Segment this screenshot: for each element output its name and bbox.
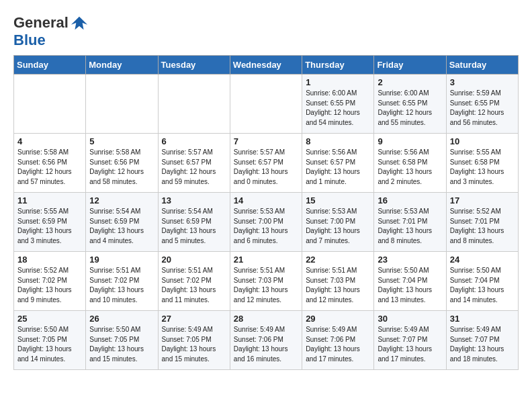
- day-number: 3: [450, 77, 515, 87]
- day-info: Sunrise: 5:54 AM Sunset: 6:59 PM Dayligh…: [89, 207, 154, 246]
- day-number: 15: [306, 195, 370, 205]
- calendar-cell: 11Sunrise: 5:55 AM Sunset: 6:59 PM Dayli…: [14, 193, 86, 252]
- day-number: 20: [162, 255, 226, 265]
- day-number: 4: [17, 136, 82, 146]
- logo-general: General: [13, 15, 69, 31]
- weekday-header-wednesday: Wednesday: [230, 56, 302, 75]
- svg-marker-0: [71, 17, 87, 30]
- calendar-cell: 14Sunrise: 5:53 AM Sunset: 7:00 PM Dayli…: [230, 193, 302, 252]
- calendar-cell: 25Sunrise: 5:50 AM Sunset: 7:05 PM Dayli…: [14, 311, 86, 370]
- day-info: Sunrise: 5:51 AM Sunset: 7:02 PM Dayligh…: [162, 266, 226, 305]
- day-number: 23: [378, 255, 442, 265]
- day-info: Sunrise: 5:57 AM Sunset: 6:57 PM Dayligh…: [234, 148, 298, 187]
- day-number: 7: [234, 136, 298, 146]
- day-number: 22: [306, 255, 370, 265]
- calendar-cell: 7Sunrise: 5:57 AM Sunset: 6:57 PM Daylig…: [230, 134, 302, 193]
- calendar-cell: 27Sunrise: 5:49 AM Sunset: 7:05 PM Dayli…: [158, 311, 230, 370]
- calendar-header: General Blue: [13, 13, 519, 48]
- calendar-cell: 26Sunrise: 5:50 AM Sunset: 7:05 PM Dayli…: [86, 311, 158, 370]
- day-info: Sunrise: 6:00 AM Sunset: 6:55 PM Dayligh…: [306, 89, 370, 128]
- weekday-header-tuesday: Tuesday: [158, 56, 230, 75]
- day-number: 21: [234, 255, 298, 265]
- day-number: 14: [234, 195, 298, 205]
- day-info: Sunrise: 5:53 AM Sunset: 7:00 PM Dayligh…: [306, 207, 370, 246]
- calendar-cell: 10Sunrise: 5:55 AM Sunset: 6:58 PM Dayli…: [446, 134, 518, 193]
- calendar-cell: 28Sunrise: 5:49 AM Sunset: 7:06 PM Dayli…: [230, 311, 302, 370]
- day-info: Sunrise: 5:57 AM Sunset: 6:57 PM Dayligh…: [162, 148, 226, 187]
- calendar-cell: 9Sunrise: 5:56 AM Sunset: 6:58 PM Daylig…: [374, 134, 446, 193]
- day-info: Sunrise: 5:58 AM Sunset: 6:56 PM Dayligh…: [17, 148, 82, 187]
- day-info: Sunrise: 5:50 AM Sunset: 7:04 PM Dayligh…: [450, 266, 515, 305]
- calendar-cell: 30Sunrise: 5:49 AM Sunset: 7:07 PM Dayli…: [374, 311, 446, 370]
- logo-blue: Blue: [13, 32, 46, 48]
- calendar-header-row: SundayMondayTuesdayWednesdayThursdayFrid…: [14, 56, 519, 75]
- day-info: Sunrise: 5:56 AM Sunset: 6:57 PM Dayligh…: [306, 148, 370, 187]
- calendar-cell: 8Sunrise: 5:56 AM Sunset: 6:57 PM Daylig…: [302, 134, 374, 193]
- day-number: 8: [306, 136, 370, 146]
- day-number: 24: [450, 255, 515, 265]
- calendar-table: SundayMondayTuesdayWednesdayThursdayFrid…: [13, 55, 519, 370]
- day-number: 31: [450, 314, 515, 324]
- calendar-cell: [86, 75, 158, 134]
- day-number: 25: [17, 314, 82, 324]
- day-info: Sunrise: 6:00 AM Sunset: 6:55 PM Dayligh…: [378, 89, 442, 128]
- day-number: 16: [378, 195, 442, 205]
- day-number: 19: [89, 255, 154, 265]
- day-info: Sunrise: 5:55 AM Sunset: 6:58 PM Dayligh…: [450, 148, 515, 187]
- weekday-header-thursday: Thursday: [302, 56, 374, 75]
- day-number: 2: [378, 77, 442, 87]
- calendar-cell: [230, 75, 302, 134]
- day-info: Sunrise: 5:49 AM Sunset: 7:06 PM Dayligh…: [234, 325, 298, 364]
- day-info: Sunrise: 5:49 AM Sunset: 7:07 PM Dayligh…: [450, 325, 515, 364]
- day-info: Sunrise: 5:54 AM Sunset: 6:59 PM Dayligh…: [162, 207, 226, 246]
- calendar-cell: [14, 75, 86, 134]
- day-number: 28: [234, 314, 298, 324]
- day-info: Sunrise: 5:51 AM Sunset: 7:03 PM Dayligh…: [306, 266, 370, 305]
- day-info: Sunrise: 5:53 AM Sunset: 7:01 PM Dayligh…: [378, 207, 442, 246]
- day-info: Sunrise: 5:52 AM Sunset: 7:01 PM Dayligh…: [450, 207, 515, 246]
- day-number: 1: [306, 77, 370, 87]
- calendar-cell: 13Sunrise: 5:54 AM Sunset: 6:59 PM Dayli…: [158, 193, 230, 252]
- day-info: Sunrise: 5:56 AM Sunset: 6:58 PM Dayligh…: [378, 148, 442, 187]
- calendar-cell: 16Sunrise: 5:53 AM Sunset: 7:01 PM Dayli…: [374, 193, 446, 252]
- day-info: Sunrise: 5:50 AM Sunset: 7:05 PM Dayligh…: [17, 325, 82, 364]
- calendar-cell: 22Sunrise: 5:51 AM Sunset: 7:03 PM Dayli…: [302, 252, 374, 311]
- day-info: Sunrise: 5:49 AM Sunset: 7:07 PM Dayligh…: [378, 325, 442, 364]
- calendar-cell: 21Sunrise: 5:51 AM Sunset: 7:03 PM Dayli…: [230, 252, 302, 311]
- weekday-header-monday: Monday: [86, 56, 158, 75]
- weekday-header-friday: Friday: [374, 56, 446, 75]
- day-info: Sunrise: 5:52 AM Sunset: 7:02 PM Dayligh…: [17, 266, 82, 305]
- weekday-header-sunday: Sunday: [14, 56, 86, 75]
- day-number: 26: [89, 314, 154, 324]
- day-number: 17: [450, 195, 515, 205]
- calendar-cell: 31Sunrise: 5:49 AM Sunset: 7:07 PM Dayli…: [446, 311, 518, 370]
- day-number: 30: [378, 314, 442, 324]
- day-info: Sunrise: 5:59 AM Sunset: 6:55 PM Dayligh…: [450, 89, 515, 128]
- calendar-cell: 2Sunrise: 6:00 AM Sunset: 6:55 PM Daylig…: [374, 75, 446, 134]
- day-info: Sunrise: 5:49 AM Sunset: 7:05 PM Dayligh…: [162, 325, 226, 364]
- day-number: 9: [378, 136, 442, 146]
- day-number: 18: [17, 255, 82, 265]
- calendar-cell: 17Sunrise: 5:52 AM Sunset: 7:01 PM Dayli…: [446, 193, 518, 252]
- day-info: Sunrise: 5:51 AM Sunset: 7:02 PM Dayligh…: [89, 266, 154, 305]
- calendar-cell: 3Sunrise: 5:59 AM Sunset: 6:55 PM Daylig…: [446, 75, 518, 134]
- day-number: 12: [89, 195, 154, 205]
- day-info: Sunrise: 5:53 AM Sunset: 7:00 PM Dayligh…: [234, 207, 298, 246]
- weekday-header-saturday: Saturday: [446, 56, 518, 75]
- calendar-cell: 6Sunrise: 5:57 AM Sunset: 6:57 PM Daylig…: [158, 134, 230, 193]
- day-number: 27: [162, 314, 226, 324]
- day-info: Sunrise: 5:50 AM Sunset: 7:05 PM Dayligh…: [89, 325, 154, 364]
- calendar-cell: 20Sunrise: 5:51 AM Sunset: 7:02 PM Dayli…: [158, 252, 230, 311]
- calendar-cell: 18Sunrise: 5:52 AM Sunset: 7:02 PM Dayli…: [14, 252, 86, 311]
- calendar-cell: 1Sunrise: 6:00 AM Sunset: 6:55 PM Daylig…: [302, 75, 374, 134]
- calendar-cell: 23Sunrise: 5:50 AM Sunset: 7:04 PM Dayli…: [374, 252, 446, 311]
- calendar-cell: 15Sunrise: 5:53 AM Sunset: 7:00 PM Dayli…: [302, 193, 374, 252]
- day-number: 5: [89, 136, 154, 146]
- day-info: Sunrise: 5:50 AM Sunset: 7:04 PM Dayligh…: [378, 266, 442, 305]
- calendar-cell: 29Sunrise: 5:49 AM Sunset: 7:06 PM Dayli…: [302, 311, 374, 370]
- day-number: 29: [306, 314, 370, 324]
- day-info: Sunrise: 5:55 AM Sunset: 6:59 PM Dayligh…: [17, 207, 82, 246]
- day-number: 6: [162, 136, 226, 146]
- day-info: Sunrise: 5:58 AM Sunset: 6:56 PM Dayligh…: [89, 148, 154, 187]
- day-number: 11: [17, 195, 82, 205]
